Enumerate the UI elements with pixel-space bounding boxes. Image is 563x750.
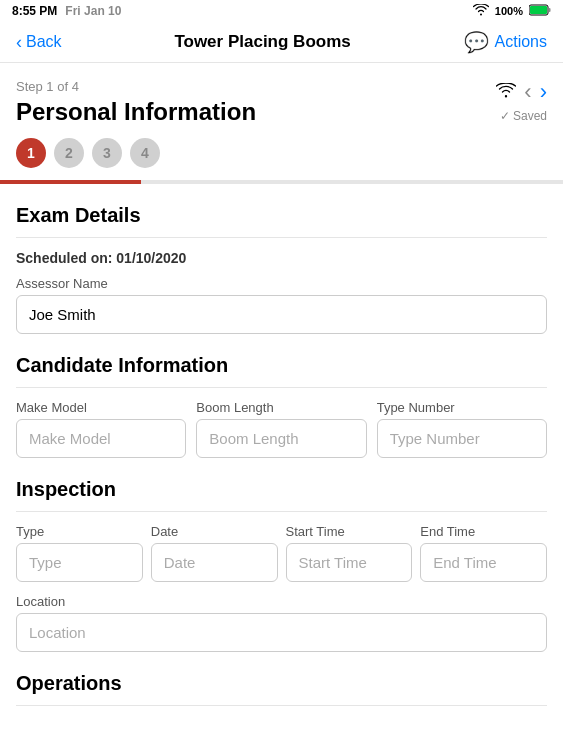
progress-bar-container (0, 180, 563, 184)
exam-details-section: Exam Details Scheduled on: 01/10/2020 As… (16, 204, 547, 334)
prev-step-button[interactable]: ‹ (524, 79, 531, 105)
start-time-input[interactable] (286, 543, 413, 582)
step-title: Personal Information (16, 98, 256, 126)
step-label: Step 1 of 4 (16, 79, 256, 94)
battery-label: 100% (495, 5, 523, 17)
type-label: Type (16, 524, 143, 539)
date-field: Date (151, 524, 278, 582)
svg-rect-1 (530, 6, 547, 14)
inspection-divider (16, 511, 547, 512)
status-bar-left: 8:55 PM Fri Jan 10 (12, 4, 121, 18)
candidate-info-title: Candidate Information (16, 354, 547, 377)
nav-bar: ‹ Back Tower Placing Booms 💬 Actions (0, 22, 563, 63)
page-title: Tower Placing Booms (174, 32, 350, 52)
boom-length-input[interactable] (196, 419, 366, 458)
status-bar-right: 100% (473, 4, 551, 18)
end-time-input[interactable] (420, 543, 547, 582)
type-field: Type (16, 524, 143, 582)
actions-button[interactable]: 💬 Actions (464, 30, 547, 54)
candidate-info-divider (16, 387, 547, 388)
check-icon: ✓ (500, 109, 510, 123)
wifi-status-icon (473, 4, 489, 18)
step-info: Step 1 of 4 Personal Information (16, 79, 256, 126)
time-label: 8:55 PM (12, 4, 57, 18)
end-time-label: End Time (420, 524, 547, 539)
assessor-name-field: Assessor Name (16, 276, 547, 334)
nav-arrows: ‹ › (496, 79, 547, 105)
operations-section: Operations (16, 672, 547, 706)
date-label: Date (151, 524, 278, 539)
location-label: Location (16, 594, 547, 609)
type-number-input[interactable] (377, 419, 547, 458)
back-label: Back (26, 33, 62, 51)
step-header: Step 1 of 4 Personal Information ‹ › ✓ (16, 79, 547, 126)
start-time-label: Start Time (286, 524, 413, 539)
date-label: Fri Jan 10 (65, 4, 121, 18)
start-time-field: Start Time (286, 524, 413, 582)
inspection-title: Inspection (16, 478, 547, 501)
end-time-field: End Time (420, 524, 547, 582)
type-input[interactable] (16, 543, 143, 582)
chat-icon: 💬 (464, 30, 489, 54)
saved-label-text: Saved (513, 109, 547, 123)
location-field: Location (16, 594, 547, 652)
make-model-field: Make Model (16, 400, 186, 458)
date-input[interactable] (151, 543, 278, 582)
type-number-label: Type Number (377, 400, 547, 415)
battery-icon (529, 4, 551, 18)
operations-divider (16, 705, 547, 706)
make-model-input[interactable] (16, 419, 186, 458)
boom-length-label: Boom Length (196, 400, 366, 415)
saved-indicator: ✓ Saved (500, 109, 547, 123)
exam-details-title: Exam Details (16, 204, 547, 227)
operations-title: Operations (16, 672, 547, 695)
assessor-name-input[interactable] (16, 295, 547, 334)
boom-length-field: Boom Length (196, 400, 366, 458)
inspection-section: Inspection Type Date Start Time End Time… (16, 478, 547, 652)
assessor-name-label: Assessor Name (16, 276, 547, 291)
svg-rect-2 (549, 8, 551, 12)
step-dot-4[interactable]: 4 (130, 138, 160, 168)
location-input[interactable] (16, 613, 547, 652)
step-dots: 1 2 3 4 (16, 138, 547, 168)
candidate-fields-row: Make Model Boom Length Type Number (16, 400, 547, 458)
inspection-fields-row: Type Date Start Time End Time (16, 524, 547, 582)
actions-label: Actions (495, 33, 547, 51)
status-bar: 8:55 PM Fri Jan 10 100% (0, 0, 563, 22)
step-dot-2[interactable]: 2 (54, 138, 84, 168)
step-dot-1[interactable]: 1 (16, 138, 46, 168)
make-model-label: Make Model (16, 400, 186, 415)
scheduled-date: Scheduled on: 01/10/2020 (16, 250, 547, 266)
back-button[interactable]: ‹ Back (16, 32, 62, 53)
next-step-button[interactable]: › (540, 79, 547, 105)
step-dot-3[interactable]: 3 (92, 138, 122, 168)
progress-bar-fill (0, 180, 141, 184)
main-content: Step 1 of 4 Personal Information ‹ › ✓ (0, 63, 563, 734)
back-chevron-icon: ‹ (16, 32, 22, 53)
type-number-field: Type Number (377, 400, 547, 458)
candidate-info-section: Candidate Information Make Model Boom Le… (16, 354, 547, 458)
exam-details-divider (16, 237, 547, 238)
wifi-icon (496, 82, 516, 103)
step-controls: ‹ › ✓ Saved (496, 79, 547, 123)
